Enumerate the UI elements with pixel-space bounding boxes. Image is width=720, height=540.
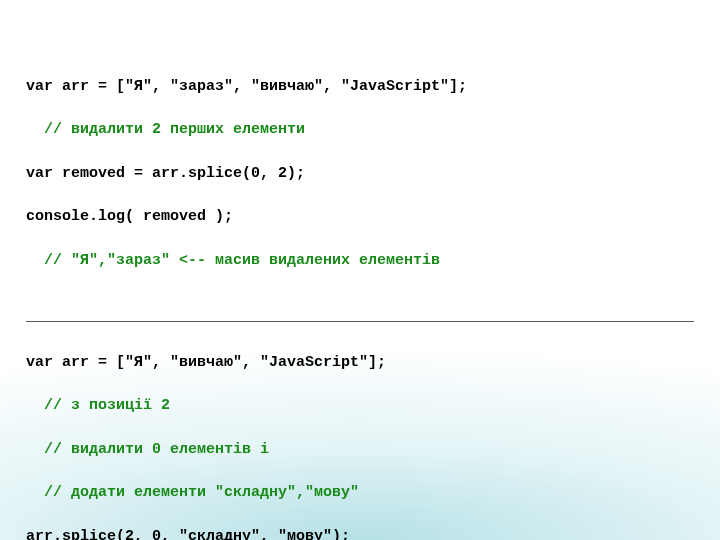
code-block-2: var arr = ["Я", "вивчаю", "JavaScript"];… (26, 330, 694, 540)
code-comment: // "Я","зараз" <-- масив видалених елеме… (26, 250, 694, 272)
code-line: var arr = ["Я", "вивчаю", "JavaScript"]; (26, 352, 694, 374)
code-comment: // видалити 0 елементів і (26, 439, 694, 461)
divider (26, 321, 694, 322)
code-comment: // видалити 2 перших елементи (26, 119, 694, 141)
code-comment: // додати елементи "складну","мову" (26, 482, 694, 504)
code-block-1: var arr = ["Я", "зараз", "вивчаю", "Java… (26, 54, 694, 315)
code-line: var removed = arr.splice(0, 2); (26, 163, 694, 185)
code-line: var arr = ["Я", "зараз", "вивчаю", "Java… (26, 76, 694, 98)
slide-content: var arr = ["Я", "зараз", "вивчаю", "Java… (0, 0, 720, 540)
code-comment: // з позиції 2 (26, 395, 694, 417)
code-line: arr.splice(2, 0, "складну", "мову"); (26, 526, 694, 540)
code-line: console.log( removed ); (26, 206, 694, 228)
